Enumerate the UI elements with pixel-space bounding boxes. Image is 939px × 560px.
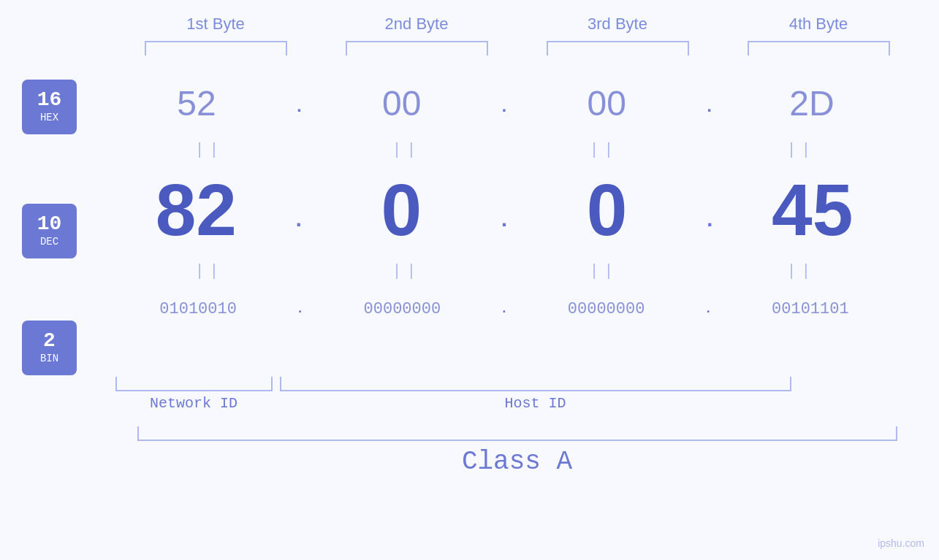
- byte3-label: 3rd Byte: [537, 15, 698, 34]
- hex-data-row: 52 . 00 . 00 . 2D: [102, 70, 906, 136]
- hex-val-1: 52: [177, 83, 216, 123]
- badges-column: 16 HEX 10 DEC 2 BIN: [0, 70, 102, 373]
- bracket-network: [115, 377, 273, 391]
- bottom-brackets-row: [115, 377, 919, 391]
- bin-dot-1: .: [296, 302, 304, 316]
- eq-row-1: | | | | | | | |: [102, 136, 906, 162]
- bin-badge-label: BIN: [40, 353, 58, 364]
- eq-2-2: | |: [325, 261, 486, 280]
- dec-cell-1: 82: [115, 168, 276, 252]
- hex-cell-3: 00: [526, 83, 687, 123]
- hex-cell-4: 2D: [731, 83, 892, 123]
- bin-val-3: 00000000: [568, 300, 645, 318]
- bracket-top-3: [547, 41, 689, 55]
- host-id-label: Host ID: [280, 395, 791, 412]
- top-brackets: [115, 41, 919, 55]
- bracket-top-4: [748, 41, 890, 55]
- eq-spacer-1: [22, 139, 102, 183]
- bracket-top-2: [346, 41, 488, 55]
- dec-cell-4: 45: [732, 168, 893, 252]
- dec-dot-3: .: [703, 208, 716, 233]
- dec-cell-3: 0: [527, 168, 688, 252]
- byte2-label: 2nd Byte: [336, 15, 497, 34]
- byte-headers: 1st Byte 2nd Byte 3rd Byte 4th Byte: [115, 15, 919, 34]
- eq-2-1: | |: [128, 261, 289, 280]
- bracket-top-1: [145, 41, 287, 55]
- bin-val-2: 00000000: [364, 300, 441, 318]
- bin-cell-2: 00000000: [322, 300, 482, 318]
- eq-2-3: | |: [522, 261, 683, 280]
- eq-1-4: | |: [720, 139, 881, 158]
- network-id-label: Network ID: [115, 395, 273, 412]
- dec-badge: 10 DEC: [22, 204, 77, 258]
- dec-val-4: 45: [772, 168, 853, 252]
- bin-dot-3: .: [704, 302, 712, 316]
- bin-val-4: 00101101: [772, 300, 849, 318]
- data-columns: 52 . 00 . 00 . 2D | | | | | |: [102, 70, 939, 334]
- dec-badge-label: DEC: [40, 236, 58, 248]
- hex-badge-label: HEX: [40, 112, 58, 123]
- dec-badge-row: 10 DEC: [22, 183, 102, 278]
- hex-val-2: 00: [382, 83, 421, 123]
- hex-cell-2: 00: [322, 83, 482, 123]
- hex-badge-num: 16: [37, 90, 62, 110]
- bin-cell-1: 01010010: [118, 300, 278, 318]
- hex-dot-3: .: [704, 97, 714, 117]
- bin-badge-row: 2 BIN: [22, 322, 102, 373]
- dec-val-3: 0: [587, 168, 628, 252]
- class-bracket: [137, 426, 897, 441]
- dec-val-1: 82: [156, 168, 237, 252]
- eq-1-3: | |: [522, 139, 683, 158]
- dec-data-row: 82 . 0 . 0 . 45: [102, 162, 906, 257]
- hex-dot-1: .: [294, 97, 304, 117]
- eq-2-4: | |: [720, 261, 881, 280]
- rows-wrapper: 16 HEX 10 DEC 2 BIN: [0, 70, 939, 373]
- hex-val-3: 00: [588, 83, 626, 123]
- bin-val-1: 01010010: [159, 300, 237, 318]
- eq-1-2: | |: [325, 139, 486, 158]
- bin-data-row: 01010010 . 00000000 . 00000000 . 0010110…: [102, 283, 906, 334]
- byte1-label: 1st Byte: [135, 15, 296, 34]
- dec-dot-1: .: [292, 208, 305, 233]
- hex-badge: 16 HEX: [22, 80, 77, 134]
- watermark: ipshu.com: [878, 537, 924, 549]
- byte4-label: 4th Byte: [738, 15, 899, 34]
- dec-cell-2: 0: [321, 168, 482, 252]
- bracket-host: [280, 377, 791, 391]
- class-section: Class A: [115, 419, 919, 477]
- bin-cell-3: 00000000: [526, 300, 687, 318]
- hex-dot-2: .: [499, 97, 509, 117]
- bin-dot-2: .: [501, 302, 509, 316]
- bottom-section: Network ID Host ID Class A: [115, 377, 919, 477]
- eq-spacer-2: [22, 278, 102, 322]
- hex-badge-row: 16 HEX: [22, 74, 102, 139]
- class-label: Class A: [137, 447, 897, 477]
- eq-row-2: | | | | | | | |: [102, 257, 906, 283]
- bin-badge-num: 2: [43, 331, 56, 351]
- bin-cell-4: 00101101: [730, 300, 891, 318]
- dec-val-2: 0: [381, 168, 422, 252]
- eq-1-1: | |: [128, 139, 289, 158]
- dec-dot-2: .: [498, 208, 511, 233]
- id-labels-row: Network ID Host ID: [115, 395, 919, 412]
- hex-cell-1: 52: [116, 83, 277, 123]
- dec-badge-num: 10: [37, 214, 62, 234]
- bin-badge: 2 BIN: [22, 321, 77, 375]
- hex-val-4: 2D: [789, 83, 834, 123]
- main-container: 1st Byte 2nd Byte 3rd Byte 4th Byte 16 H…: [0, 0, 939, 560]
